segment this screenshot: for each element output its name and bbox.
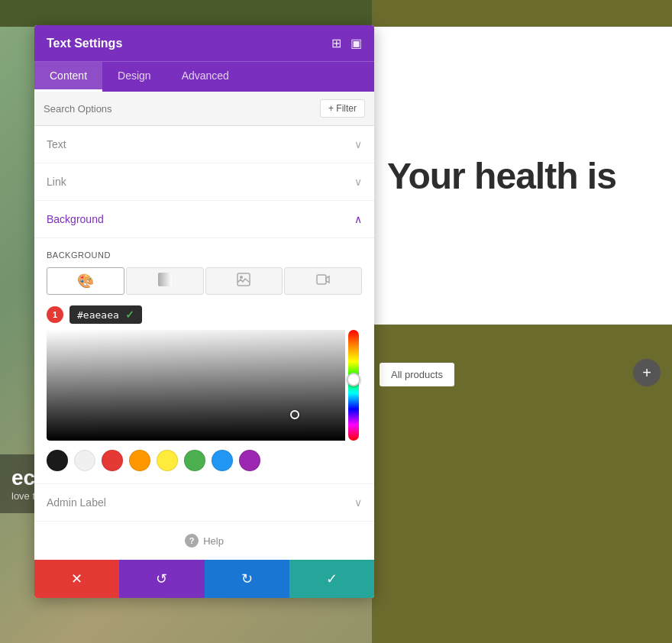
left-top-bar xyxy=(0,0,372,27)
panel-title: Text Settings xyxy=(47,37,122,50)
text-section-header[interactable]: Text ∨ xyxy=(34,126,374,163)
color-badge-number: 1 xyxy=(53,310,57,319)
tab-advanced-label: Advanced xyxy=(182,69,229,82)
color-badge[interactable]: 1 xyxy=(47,306,63,323)
filter-label: + Filter xyxy=(328,103,357,114)
image-icon xyxy=(237,273,250,289)
gradient-icon xyxy=(158,273,172,289)
all-products-bar[interactable]: All products xyxy=(380,363,454,386)
svg-rect-3 xyxy=(317,275,326,284)
color-fill-icon: 🎨 xyxy=(77,273,94,289)
swatch-purple[interactable] xyxy=(239,450,260,471)
tab-design[interactable]: Design xyxy=(102,62,166,92)
panel-body: Text ∨ Link ∨ Background ∧ Background 🎨 xyxy=(34,126,374,560)
save-button[interactable]: ✓ xyxy=(289,560,374,598)
color-hex-row: 1 #eaeaea ✓ xyxy=(47,305,362,324)
color-swatches xyxy=(47,450,362,471)
color-picker-area: 1 #eaeaea ✓ xyxy=(47,305,362,471)
hue-slider-wrap xyxy=(345,330,362,441)
help-label: Help xyxy=(203,535,224,547)
swatch-yellow[interactable] xyxy=(157,450,178,471)
right-bottom-section: All products + xyxy=(372,351,672,643)
redo-icon: ↻ xyxy=(241,570,253,587)
settings-panel: Text Settings ⊞ ▣ Content Design Advance… xyxy=(34,25,374,598)
hex-input-wrap[interactable]: #eaeaea ✓ xyxy=(69,305,142,324)
swatch-green[interactable] xyxy=(184,450,205,471)
search-input[interactable] xyxy=(44,103,320,115)
swatch-orange[interactable] xyxy=(129,450,150,471)
right-content-section: Your health is xyxy=(372,27,672,325)
search-input-wrap[interactable] xyxy=(44,102,320,115)
save-icon: ✓ xyxy=(326,570,338,587)
cancel-button[interactable]: ✕ xyxy=(34,560,119,598)
plus-icon: + xyxy=(642,364,651,382)
link-chevron-icon: ∨ xyxy=(354,176,362,188)
admin-chevron-icon: ∨ xyxy=(354,496,362,509)
tab-content[interactable]: Content xyxy=(34,62,102,92)
help-link[interactable]: ? Help xyxy=(47,534,362,548)
background-section-label: Background xyxy=(47,213,104,225)
text-chevron-icon: ∨ xyxy=(354,138,362,150)
swatch-red[interactable] xyxy=(102,450,123,471)
right-panel: Your health is All products + xyxy=(372,0,672,643)
link-section-header[interactable]: Link ∨ xyxy=(34,163,374,201)
action-bar: ✕ ↺ ↻ ✓ xyxy=(34,560,374,598)
swatch-black[interactable] xyxy=(47,450,68,471)
right-olive-bar xyxy=(372,325,672,351)
right-headline: Your health is xyxy=(387,155,616,197)
expand-icon[interactable]: ⊞ xyxy=(331,36,341,50)
tab-design-label: Design xyxy=(118,69,151,82)
redo-button[interactable]: ↻ xyxy=(205,560,289,598)
admin-label-section-label: Admin Label xyxy=(47,496,106,509)
link-section-label: Link xyxy=(47,176,66,188)
layout-icon[interactable]: ▣ xyxy=(351,36,362,50)
background-chevron-icon: ∧ xyxy=(354,213,362,225)
all-products-label: All products xyxy=(391,369,443,380)
background-section-header[interactable]: Background ∧ xyxy=(34,201,374,238)
background-section-body: Background 🎨 xyxy=(34,238,374,484)
svg-rect-0 xyxy=(158,273,172,286)
picker-cursor xyxy=(290,410,299,419)
hex-value: #eaeaea xyxy=(77,309,119,321)
svg-rect-1 xyxy=(237,273,250,286)
help-section: ? Help xyxy=(34,522,374,560)
background-type-buttons: 🎨 xyxy=(47,267,362,295)
admin-label-section-header[interactable]: Admin Label ∨ xyxy=(34,484,374,522)
bg-type-color[interactable]: 🎨 xyxy=(47,267,124,295)
swatch-blue[interactable] xyxy=(212,450,233,471)
text-section-label: Text xyxy=(47,138,66,150)
background-sub-label: Background xyxy=(47,238,362,260)
swatch-white[interactable] xyxy=(74,450,95,471)
svg-point-2 xyxy=(240,276,243,279)
right-top-bar xyxy=(372,0,672,27)
undo-button[interactable]: ↺ xyxy=(119,560,204,598)
hue-thumb[interactable] xyxy=(347,373,360,386)
bg-type-video[interactable] xyxy=(284,267,362,295)
tab-content-label: Content xyxy=(50,69,87,82)
filter-button[interactable]: + Filter xyxy=(320,99,365,118)
undo-icon: ↺ xyxy=(156,570,167,587)
plus-button[interactable]: + xyxy=(633,359,661,386)
gradient-picker[interactable] xyxy=(47,330,362,441)
search-bar: + Filter xyxy=(34,92,374,126)
cancel-icon: ✕ xyxy=(71,570,82,587)
tabs-bar: Content Design Advanced xyxy=(34,61,374,92)
video-icon xyxy=(316,273,330,289)
tab-advanced[interactable]: Advanced xyxy=(166,62,244,92)
hex-confirm-icon[interactable]: ✓ xyxy=(125,309,134,321)
help-icon: ? xyxy=(185,534,199,548)
hue-slider[interactable] xyxy=(348,330,359,441)
bg-type-gradient[interactable] xyxy=(126,267,204,295)
bg-type-image[interactable] xyxy=(205,267,283,295)
header-icons: ⊞ ▣ xyxy=(331,36,362,50)
panel-header: Text Settings ⊞ ▣ xyxy=(34,25,374,61)
